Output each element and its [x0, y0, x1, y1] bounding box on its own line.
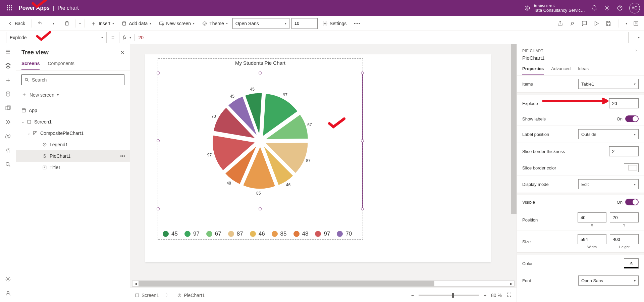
app-subtitle: Pie chart	[58, 5, 79, 11]
zoom-out-icon[interactable]: −	[411, 293, 414, 298]
canvas-v-scrollbar[interactable]	[511, 44, 517, 287]
formula-input[interactable]: fx▾ 20	[119, 32, 629, 43]
svg-rect-6	[7, 9, 8, 10]
rail-tools-icon[interactable]	[4, 146, 12, 154]
rail-tree-icon[interactable]	[4, 62, 12, 70]
tree-node-screen1[interactable]: ⌄Screen1	[16, 116, 130, 128]
pie-slice-label: 67	[307, 122, 312, 127]
close-tree-icon[interactable]: ✕	[120, 49, 124, 56]
tree-view-panel: Tree view ✕ Screens Components Search ＋N…	[16, 44, 130, 302]
prop-pos-y-input[interactable]	[610, 212, 639, 222]
settings-gear-icon[interactable]	[604, 5, 610, 11]
ptab-properties[interactable]: Properties	[522, 64, 544, 75]
play-icon[interactable]	[593, 20, 600, 27]
rail-media-icon[interactable]	[4, 104, 12, 112]
prop-displaymode-select[interactable]: Edit▾	[578, 179, 639, 189]
prop-height-input[interactable]	[610, 234, 639, 244]
rail-virtual-agent-icon[interactable]	[4, 289, 12, 297]
prop-items-select[interactable]: Table1▾	[578, 79, 639, 89]
tree-node-composite[interactable]: ⌄CompositePieChart1	[16, 128, 130, 139]
zoom-slider[interactable]	[419, 295, 479, 296]
theme-button[interactable]: Theme▾	[199, 19, 230, 28]
back-button[interactable]: Back	[5, 19, 28, 28]
paste-chevron-icon[interactable]: ▾	[79, 21, 81, 25]
tree-new-screen-button[interactable]: ＋New screen▾	[16, 89, 130, 100]
property-select[interactable]: Explode ▾	[6, 32, 107, 43]
tree-node-piechart[interactable]: PieChart1•••	[16, 150, 130, 162]
prop-width-input[interactable]	[578, 234, 606, 244]
legend-item: 45	[163, 231, 178, 237]
rail-hamburger-icon[interactable]	[4, 48, 12, 56]
user-avatar[interactable]: AG	[629, 3, 640, 13]
zoom-in-icon[interactable]: +	[484, 293, 486, 298]
svg-rect-37	[43, 166, 46, 169]
piechart-selection[interactable]: 45976787468548977045	[158, 73, 363, 209]
tree-node-legend[interactable]: Legend1	[16, 139, 130, 150]
publish-icon[interactable]	[633, 20, 639, 27]
prop-bordercolor-picker[interactable]	[624, 163, 639, 172]
tab-screens[interactable]: Screens	[21, 58, 40, 70]
more-button[interactable]: •••	[351, 19, 364, 28]
legend-swatch	[184, 231, 191, 237]
share-icon[interactable]	[557, 20, 564, 27]
tree-node-app[interactable]: App	[16, 105, 130, 116]
svg-rect-0	[7, 5, 8, 6]
prop-border-input[interactable]	[609, 146, 639, 156]
legend-item: 70	[337, 231, 352, 237]
rail-settings-icon[interactable]	[4, 275, 12, 283]
prop-showlabels-toggle[interactable]	[625, 115, 639, 122]
breadcrumb-screen[interactable]: Screen1	[135, 293, 159, 298]
insert-button[interactable]: ＋Insert▾	[88, 18, 117, 29]
prop-labelpos-select[interactable]: Outside▾	[578, 129, 639, 139]
tab-components[interactable]: Components	[48, 58, 74, 70]
undo-chevron-icon[interactable]: ▾	[53, 21, 54, 25]
svg-point-23	[6, 92, 10, 93]
canvas-screen[interactable]: My Students Pie Chart 459767874685489770…	[145, 54, 491, 262]
font-select[interactable]: Open Sans▾	[232, 18, 289, 29]
ptab-ideas[interactable]: Ideas	[578, 64, 589, 75]
canvas-h-scrollbar[interactable]: ◂▸	[132, 281, 515, 287]
prop-color-picker[interactable]: A	[624, 258, 639, 268]
legend-swatch	[163, 231, 169, 237]
save-icon[interactable]	[605, 20, 612, 27]
expand-formula-icon[interactable]: ▾	[633, 36, 644, 39]
prop-pos-x-input[interactable]	[578, 212, 606, 222]
composite-selection[interactable]: My Students Pie Chart 459767874685489770…	[158, 58, 363, 240]
add-data-button[interactable]: Add data▾	[119, 19, 154, 28]
svg-point-27	[7, 279, 9, 280]
prop-explode-input[interactable]	[609, 98, 639, 108]
environment-picker[interactable]: Environment Tata Consultancy Servic…	[524, 3, 585, 13]
fit-screen-icon[interactable]	[506, 292, 512, 298]
search-placeholder: Search	[32, 77, 47, 83]
rail-variables-icon[interactable]: (x)	[4, 132, 12, 140]
save-chevron-icon[interactable]: ▾	[626, 21, 627, 25]
rail-flows-icon[interactable]	[4, 118, 12, 126]
canvas-area[interactable]: My Students Pie Chart 459767874685489770…	[130, 44, 517, 302]
tree-node-title[interactable]: Title1	[16, 162, 130, 173]
zoom-value: 80 %	[491, 293, 502, 298]
tree-search-input[interactable]: Search	[21, 74, 124, 85]
canvas-bottom-bar: Screen1 〉 PieChart1 − + 80 %	[130, 288, 517, 302]
legend-swatch	[250, 231, 256, 237]
prop-font-select[interactable]: Open Sans▾	[578, 275, 639, 286]
settings-button[interactable]: Settings	[320, 19, 350, 28]
font-size-input[interactable]	[291, 18, 318, 29]
props-expand-icon[interactable]: 〉	[635, 48, 639, 53]
left-rail: ＋ (x)	[0, 44, 16, 302]
new-screen-button[interactable]: New screen▾	[156, 19, 197, 28]
prop-visible-toggle[interactable]	[625, 199, 639, 205]
checker-icon[interactable]	[569, 20, 576, 27]
svg-rect-4	[9, 7, 10, 8]
undo-button[interactable]	[35, 19, 46, 28]
waffle-icon[interactable]	[4, 5, 15, 11]
notifications-icon[interactable]	[591, 5, 598, 11]
rail-search-icon[interactable]	[4, 160, 12, 168]
help-icon[interactable]	[616, 5, 623, 11]
tree-node-more-icon[interactable]: •••	[120, 153, 125, 159]
comments-icon[interactable]	[581, 20, 588, 27]
paste-button[interactable]	[61, 19, 72, 28]
breadcrumb-piechart[interactable]: PieChart1	[177, 293, 205, 298]
rail-data-icon[interactable]	[4, 90, 12, 98]
ptab-advanced[interactable]: Advanced	[551, 64, 571, 75]
rail-insert-icon[interactable]: ＋	[4, 76, 12, 84]
